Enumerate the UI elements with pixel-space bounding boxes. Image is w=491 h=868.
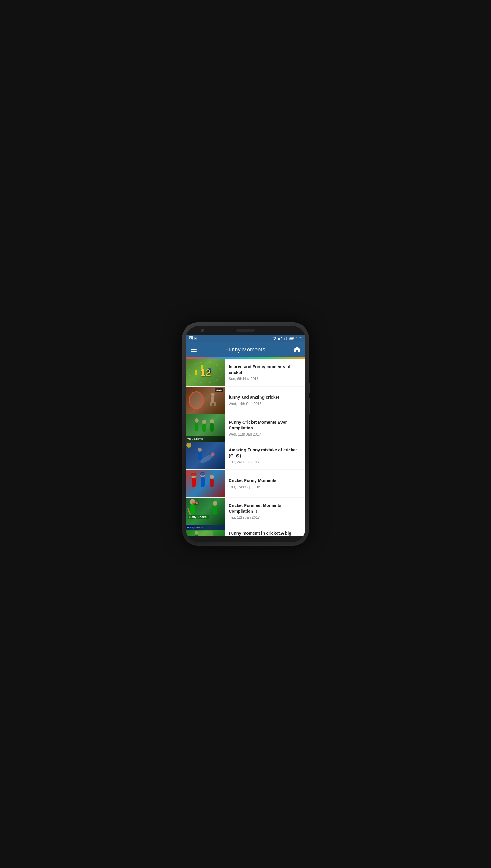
video-title: Cricket Funniest Moments Compilation !!: [229, 503, 301, 514]
svg-rect-11: [287, 336, 287, 340]
video-date: Wed, 14th Sep 2016: [229, 402, 301, 406]
thumb-overlay-number: 12: [200, 367, 211, 378]
thumbnail-7: IPL T20 IPL T20 | CSK v: [186, 525, 225, 536]
earpiece-speaker: [236, 329, 255, 332]
status-right-area: 6:55: [272, 336, 302, 340]
svg-rect-44: [190, 504, 195, 514]
svg-rect-49: [198, 531, 213, 536]
list-item[interactable]: Cricket Funny Moments Thu, 15th Sep 2016: [186, 470, 305, 497]
video-title: Funny momemt in cricket.A big fielding m…: [229, 530, 301, 536]
thumbnail-3: T20 PAK vs IND | T20: [186, 414, 225, 441]
item-info-2: funny and amzing cricket Wed, 14th Sep 2…: [225, 387, 305, 414]
svg-rect-38: [201, 476, 205, 487]
thumbnail-1: 12: [186, 359, 225, 386]
hot-overlay-text: Hot: [192, 501, 198, 505]
app-header: Funny Moments: [186, 342, 305, 358]
svg-point-24: [195, 418, 199, 423]
status-left-icons: N: [189, 336, 198, 340]
list-item[interactable]: IPL T20 IPL T20 | CSK v: [186, 525, 305, 536]
svg-rect-4: [278, 338, 279, 340]
svg-rect-52: [195, 534, 198, 536]
svg-rect-8: [284, 339, 284, 340]
phone-device: N: [182, 322, 309, 546]
svg-rect-47: [213, 505, 217, 515]
list-item[interactable]: Hot Sexy Cricket Cricket Funniest Moment…: [186, 498, 305, 525]
list-item[interactable]: WoW funny and amzing cricket Wed, 14th S…: [186, 387, 305, 414]
blue-cricket-svg: [186, 442, 225, 469]
video-title: Amazing Funny mistake of cricket. (⊙_⊙): [229, 447, 301, 459]
svg-point-53: [195, 531, 198, 535]
svg-rect-34: [198, 451, 202, 460]
status-time: 6:55: [295, 336, 302, 340]
red-blue-teams-svg: [186, 470, 225, 497]
volume-down-button[interactable]: [309, 398, 310, 414]
svg-point-35: [198, 447, 202, 452]
thumbnail-5: [186, 470, 225, 497]
green-jersey-svg: PAK vs IND | T20: [186, 414, 225, 441]
video-date: Tue, 24th Jan 2017: [229, 460, 301, 464]
image-icon: [189, 336, 193, 340]
svg-rect-13: [293, 338, 294, 339]
item-info-3: Funny Cricket Moments Ever Compilation W…: [225, 414, 305, 441]
video-date: Thu, 12th Jan 2017: [229, 516, 301, 520]
item-info-1: Injured and Funny moments of cricket Sun…: [225, 359, 305, 386]
wow-svg: [186, 387, 225, 414]
list-item[interactable]: Amazing Funny mistake of cricket. (⊙_⊙) …: [186, 442, 305, 469]
svg-point-33: [211, 453, 215, 456]
svg-rect-5: [279, 338, 280, 340]
svg-rect-40: [210, 478, 213, 487]
video-date: Thu, 15th Sep 2016: [229, 485, 301, 489]
notification-icon: N: [194, 336, 198, 340]
app-title: Funny Moments: [225, 347, 265, 353]
svg-point-31: [186, 443, 191, 447]
video-date: Wed, 11th Jan 2017: [229, 432, 301, 436]
svg-rect-9: [284, 338, 285, 340]
svg-rect-14: [289, 338, 293, 339]
svg-rect-10: [286, 337, 287, 340]
svg-rect-18: [195, 370, 197, 375]
ipl-match-svg: IPL T20 | CSK vs MI: [186, 525, 225, 536]
item-info-7: Funny momemt in cricket.A big fielding m…: [225, 525, 305, 536]
video-title: funny and amzing cricket: [229, 395, 301, 400]
phone-bottom-bezel: [186, 536, 305, 542]
thumbnail-6: Hot Sexy Cricket: [186, 498, 225, 525]
thumbnail-4: [186, 442, 225, 469]
item-info-4: Amazing Funny mistake of cricket. (⊙_⊙) …: [225, 442, 305, 469]
list-item[interactable]: 12 Injured and Funny moments of cr: [186, 359, 305, 386]
battery-icon: [289, 336, 294, 340]
svg-text:IPL T20 | CSK vs MI: IPL T20 | CSK vs MI: [187, 527, 203, 529]
svg-rect-21: [210, 402, 212, 406]
svg-point-20: [211, 393, 215, 396]
thumbnail-2: WoW: [186, 387, 225, 414]
video-title: Injured and Funny moments of cricket: [229, 364, 301, 375]
video-title: Funny Cricket Moments Ever Compilation: [229, 420, 301, 431]
svg-point-48: [213, 501, 218, 506]
item-info-6: Cricket Funniest Moments Compilation !! …: [225, 498, 305, 525]
video-title: Cricket Funny Moments: [229, 478, 301, 484]
signal-x-icon: [278, 336, 282, 340]
list-item[interactable]: T20 PAK vs IND | T20: [186, 414, 305, 441]
home-button[interactable]: [294, 346, 300, 354]
signal-bars-icon: [284, 336, 288, 340]
svg-point-41: [210, 475, 214, 479]
item-info-5: Cricket Funny Moments Thu, 15th Sep 2016: [225, 470, 305, 497]
volume-up-button[interactable]: [309, 383, 310, 393]
svg-point-1: [190, 337, 191, 338]
sexy-cricket-overlay: Sexy Cricket: [188, 515, 209, 519]
video-list: 12 Injured and Funny moments of cr: [186, 359, 305, 536]
svg-point-28: [210, 419, 214, 424]
phone-screen: N: [186, 326, 305, 542]
svg-rect-27: [210, 423, 213, 432]
svg-point-42: [191, 473, 196, 476]
menu-button[interactable]: [191, 347, 197, 352]
svg-text:PAK vs IND | T20: PAK vs IND | T20: [187, 438, 203, 440]
svg-point-26: [202, 420, 206, 424]
svg-rect-25: [202, 424, 206, 432]
video-date: Sun, 6th Nov 2016: [229, 377, 301, 381]
svg-text:N: N: [194, 337, 197, 340]
svg-rect-22: [214, 402, 216, 406]
front-camera: [201, 329, 204, 332]
wifi-status-icon: [272, 336, 277, 340]
phone-top-bezel: [186, 326, 305, 335]
svg-rect-36: [192, 477, 196, 487]
